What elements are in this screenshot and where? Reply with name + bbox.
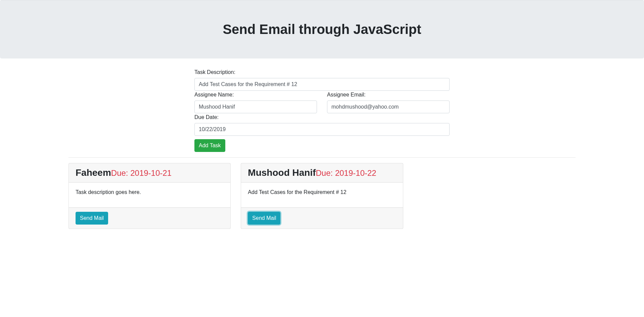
assignee-name-label: Assignee Name:: [194, 92, 317, 98]
task-card: Mushood HanifDue: 2019-10-22Add Test Cas…: [241, 163, 403, 229]
assignee-name-input[interactable]: [194, 101, 317, 113]
task-card: FaheemDue: 2019-10-21Task description go…: [68, 163, 231, 229]
task-assignee-name: Mushood Hanif: [248, 167, 316, 178]
page-title: Send Email through JavaScript: [11, 22, 633, 37]
send-mail-button[interactable]: Send Mail: [76, 212, 108, 225]
task-card-header: FaheemDue: 2019-10-21: [69, 163, 230, 183]
task-description-text: Task description goes here.: [76, 189, 224, 195]
send-mail-button[interactable]: Send Mail: [248, 212, 280, 225]
task-card-header: Mushood HanifDue: 2019-10-22: [241, 163, 403, 183]
assignee-email-label: Assignee Email:: [327, 92, 450, 98]
task-card-body: Add Test Cases for the Requirement # 12: [241, 183, 403, 207]
task-due-date: Due: 2019-10-22: [316, 168, 376, 177]
assignee-email-input[interactable]: [327, 101, 450, 113]
task-due-date: Due: 2019-10-21: [111, 168, 172, 177]
task-description-input[interactable]: [194, 78, 450, 91]
task-description-label: Task Description:: [194, 69, 450, 75]
main-container: Task Description: Assignee Name: Assigne…: [63, 69, 581, 229]
task-form: Task Description: Assignee Name: Assigne…: [194, 69, 450, 152]
due-date-input[interactable]: [194, 123, 450, 136]
due-date-label: Due Date:: [194, 114, 450, 120]
jumbotron-header: Send Email through JavaScript: [0, 0, 644, 58]
task-card-body: Task description goes here.: [69, 183, 230, 207]
task-card-footer: Send Mail: [241, 207, 403, 229]
add-task-button[interactable]: Add Task: [194, 139, 225, 152]
task-description-text: Add Test Cases for the Requirement # 12: [248, 189, 396, 195]
divider: [68, 157, 576, 158]
task-cards-row: FaheemDue: 2019-10-21Task description go…: [68, 163, 576, 229]
task-card-footer: Send Mail: [69, 207, 230, 229]
task-assignee-name: Faheem: [76, 167, 111, 178]
